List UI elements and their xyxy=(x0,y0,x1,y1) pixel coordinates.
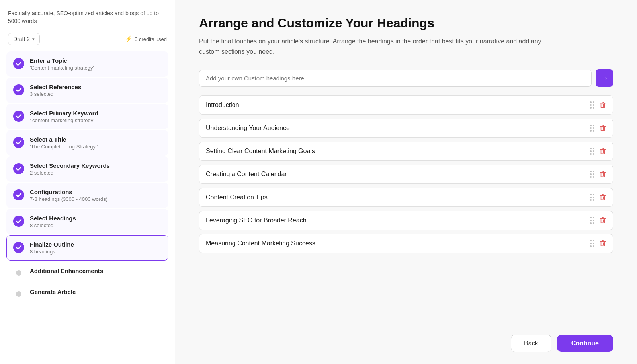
sidebar-header xyxy=(0,0,175,10)
step-subtitle: 8 headings xyxy=(30,249,74,255)
custom-heading-input-row: → xyxy=(199,69,613,87)
check-icon xyxy=(13,242,24,253)
svg-rect-25 xyxy=(602,241,604,242)
step-title: Enter a Topic xyxy=(30,57,94,64)
sidebar-item-additional-enhancements[interactable]: Additional Enhancements xyxy=(6,261,168,282)
step-title: Configurations xyxy=(30,189,107,195)
sidebar-item-select-title[interactable]: Select a Title 'The Complete ...ng Strat… xyxy=(6,130,168,156)
heading-label: Understanding Your Audience xyxy=(206,125,585,132)
check-icon xyxy=(13,58,24,69)
heading-row: Creating a Content Calendar xyxy=(199,165,613,184)
step-subtitle: 7-8 headings (3000 - 4000 words) xyxy=(30,196,107,202)
heading-label: Creating a Content Calendar xyxy=(206,171,585,178)
page-title: Arrange and Customize Your Headings xyxy=(199,16,613,31)
steps-list: Enter a Topic 'Content marketing strateg… xyxy=(0,51,175,304)
check-icon xyxy=(13,137,24,148)
step-title: Finalize Outline xyxy=(30,241,74,248)
step-title: Select a Title xyxy=(30,136,98,143)
drag-handle-icon[interactable] xyxy=(590,217,594,224)
delete-heading-button[interactable] xyxy=(599,101,606,109)
step-title: Additional Enhancements xyxy=(30,267,103,274)
step-subtitle: 'The Complete ...ng Strategy ' xyxy=(30,144,98,150)
step-title: Select Primary Keyword xyxy=(30,110,98,117)
step-subtitle: 2 selected xyxy=(30,170,110,176)
credits-info: ⚡ 0 credits used xyxy=(125,35,167,43)
delete-heading-button[interactable] xyxy=(599,171,606,178)
pending-dot-icon xyxy=(16,270,21,276)
delete-heading-button[interactable] xyxy=(599,217,606,224)
continue-button[interactable]: Continue xyxy=(557,335,613,352)
delete-heading-button[interactable] xyxy=(599,194,606,201)
svg-rect-13 xyxy=(602,171,604,173)
check-icon xyxy=(13,189,24,200)
step-subtitle: 8 selected xyxy=(30,222,76,228)
heading-row: Introduction xyxy=(199,95,613,115)
bottom-actions: Back Continue xyxy=(199,331,613,352)
sidebar-item-finalize-outline[interactable]: Finalize Outline 8 headings xyxy=(6,235,168,261)
heading-row: Content Creation Tips xyxy=(199,188,613,207)
sidebar-item-configurations[interactable]: Configurations 7-8 headings (3000 - 4000… xyxy=(6,183,168,208)
svg-rect-21 xyxy=(602,218,604,219)
draft-label: Draft 2 xyxy=(13,36,30,42)
heading-label: Content Creation Tips xyxy=(206,194,585,201)
heading-label: Introduction xyxy=(206,101,585,109)
sidebar-item-select-headings[interactable]: Select Headings 8 selected xyxy=(6,209,168,234)
heading-row: Understanding Your Audience xyxy=(199,119,613,138)
check-icon xyxy=(13,111,24,122)
step-title: Select Secondary Keywords xyxy=(30,162,110,169)
drag-handle-icon[interactable] xyxy=(590,171,594,178)
lightning-icon: ⚡ xyxy=(125,35,133,43)
step-subtitle: ' content marketing strategy' xyxy=(30,117,98,123)
step-subtitle: 3 selected xyxy=(30,91,81,97)
heading-list: Introduction Understanding Your Audie xyxy=(199,95,613,253)
heading-row: Setting Clear Content Marketing Goals xyxy=(199,142,613,161)
drag-handle-icon[interactable] xyxy=(590,194,594,201)
drag-handle-icon[interactable] xyxy=(590,240,594,247)
svg-rect-17 xyxy=(602,195,604,196)
svg-rect-5 xyxy=(602,125,604,127)
pending-dot-icon xyxy=(16,291,21,297)
sidebar-item-select-references[interactable]: Select References 3 selected xyxy=(6,78,168,103)
drag-handle-icon[interactable] xyxy=(590,101,594,109)
custom-heading-input[interactable] xyxy=(199,70,592,87)
svg-rect-1 xyxy=(602,102,604,103)
check-icon xyxy=(13,216,24,227)
delete-heading-button[interactable] xyxy=(599,240,606,247)
sidebar-description: Factually accurate, SEO-optimized articl… xyxy=(0,10,175,30)
check-icon xyxy=(13,84,24,95)
step-title: Generate Article xyxy=(30,288,76,295)
draft-selector[interactable]: Draft 2 ▾ xyxy=(8,33,40,45)
heading-label: Measuring Content Marketing Success xyxy=(206,240,585,247)
back-button[interactable]: Back xyxy=(511,335,551,352)
delete-heading-button[interactable] xyxy=(599,148,606,155)
step-title: Select References xyxy=(30,84,81,90)
step-title: Select Headings xyxy=(30,215,76,222)
step-subtitle: 'Content marketing strategy' xyxy=(30,65,94,71)
delete-heading-button[interactable] xyxy=(599,125,606,132)
check-icon xyxy=(13,163,24,174)
sidebar-item-generate-article[interactable]: Generate Article xyxy=(6,282,168,303)
drag-handle-icon[interactable] xyxy=(590,148,594,155)
heading-label: Leveraging SEO for Broader Reach xyxy=(206,217,585,224)
heading-row: Leveraging SEO for Broader Reach xyxy=(199,211,613,230)
chevron-down-icon: ▾ xyxy=(32,37,35,42)
drag-handle-icon[interactable] xyxy=(590,125,594,132)
sidebar-item-select-primary-keyword[interactable]: Select Primary Keyword ' content marketi… xyxy=(6,104,168,129)
heading-label: Setting Clear Content Marketing Goals xyxy=(206,148,585,155)
main-content: Arrange and Customize Your Headings Put … xyxy=(175,0,637,364)
draft-row: Draft 2 ▾ ⚡ 0 credits used xyxy=(0,30,175,51)
sidebar: Factually accurate, SEO-optimized articl… xyxy=(0,0,175,364)
add-heading-button[interactable]: → xyxy=(596,69,613,87)
heading-row: Measuring Content Marketing Success xyxy=(199,234,613,253)
page-description: Put the final touches on your article's … xyxy=(199,36,541,56)
arrow-right-icon: → xyxy=(600,74,609,82)
sidebar-item-select-secondary-keywords[interactable]: Select Secondary Keywords 2 selected xyxy=(6,156,168,182)
credits-text: 0 credits used xyxy=(135,36,167,42)
sidebar-item-enter-topic[interactable]: Enter a Topic 'Content marketing strateg… xyxy=(6,51,168,77)
svg-rect-9 xyxy=(602,148,604,150)
